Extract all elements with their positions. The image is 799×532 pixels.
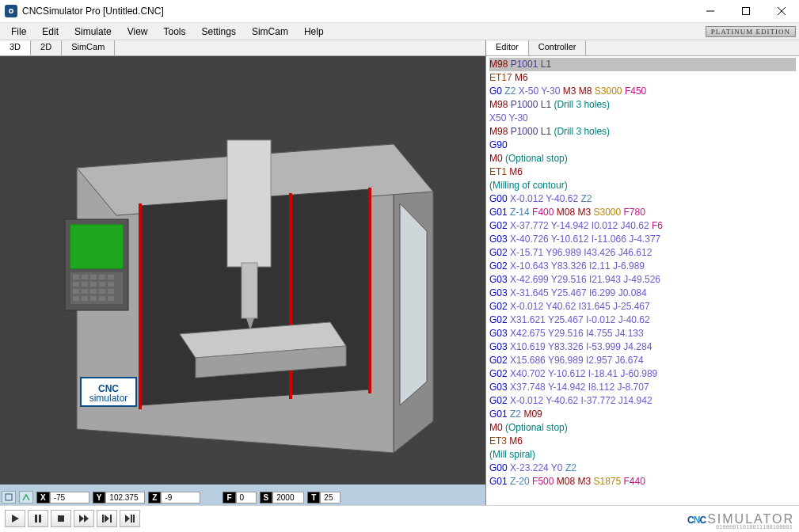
view-tab-2d[interactable]: 2D — [31, 40, 62, 55]
code-line[interactable]: G02 X-37.772 Y-14.942 I0.012 J40.62 F6 — [489, 219, 796, 233]
step-run-button[interactable] — [120, 510, 140, 527]
code-line[interactable]: G00 X-0.012 Y-40.62 Z2 — [489, 192, 796, 206]
svg-rect-50 — [39, 515, 41, 522]
svg-marker-57 — [125, 515, 130, 522]
close-button[interactable] — [763, 0, 799, 22]
menu-item-help[interactable]: Help — [296, 25, 332, 39]
code-line[interactable]: M98 P1001 L1 — [489, 58, 796, 71]
code-line[interactable]: G03 X42.675 Y29.516 I4.755 J4.133 — [489, 327, 796, 340]
main-area: 3D2DSimCam — [0, 40, 799, 505]
svg-rect-34 — [73, 289, 79, 294]
edition-badge: PLATINUM EDITION — [706, 26, 796, 37]
code-line[interactable]: G03 X-42.699 Y29.516 I21.943 J-49.526 — [489, 273, 796, 287]
code-line[interactable]: G00 X-23.224 Y0 Z2 — [489, 462, 796, 475]
view-tab-simcam[interactable]: SimCam — [62, 40, 115, 55]
code-line[interactable]: ET1 M6 — [489, 165, 796, 179]
coord-y: Y 102.375 — [93, 492, 146, 504]
code-line[interactable]: G0 Z2 X-50 Y-30 M3 M8 S3000 F450 — [489, 85, 796, 98]
code-line[interactable]: G01 Z-14 F400 M08 M3 S3000 F780 — [489, 206, 796, 219]
editor-tabs: EditorController — [486, 40, 799, 56]
code-line[interactable]: G02 X-10.643 Y83.326 I2.11 J-6.989 — [489, 260, 796, 273]
menu-item-simcam[interactable]: SimCam — [244, 25, 296, 39]
code-line[interactable]: (Milling of contour) — [489, 179, 796, 192]
brand-binary: 01000011010011100100001 — [716, 524, 793, 530]
coord-f: F 0 — [223, 492, 256, 504]
editor-tab-editor[interactable]: Editor — [486, 40, 529, 55]
svg-rect-42 — [99, 296, 105, 301]
menubar: FileEditSimulateViewToolsSettingsSimCamH… — [0, 22, 799, 40]
view-tab-3d[interactable]: 3D — [0, 40, 31, 55]
code-line[interactable]: (Mill spiral) — [489, 448, 796, 462]
code-line[interactable]: G02 X40.702 Y-10.612 I-18.41 J-60.989 — [489, 367, 796, 381]
svg-rect-13 — [139, 203, 142, 409]
svg-rect-31 — [90, 282, 97, 287]
coord-t-label: T — [307, 492, 320, 504]
editor-tab-controller[interactable]: Controller — [529, 40, 587, 55]
step-forward-button[interactable] — [97, 510, 117, 527]
svg-marker-52 — [79, 515, 84, 522]
editor-pane: EditorController M98 P1001 L1ET17 M6G0 Z… — [486, 40, 799, 505]
fast-forward-button[interactable] — [74, 510, 94, 527]
code-line[interactable]: G03 X37.748 Y-14.942 I8.112 J-8.707 — [489, 381, 796, 394]
menu-item-tools[interactable]: Tools — [156, 25, 194, 39]
code-line[interactable]: G01 Z2 M09 — [489, 408, 796, 421]
svg-rect-28 — [108, 275, 114, 279]
status-tool-2[interactable] — [19, 491, 33, 504]
code-line[interactable]: G90 — [489, 139, 796, 152]
svg-rect-27 — [99, 275, 105, 279]
pause-button[interactable] — [28, 510, 48, 527]
minimize-button[interactable] — [692, 0, 728, 22]
svg-rect-26 — [90, 275, 97, 279]
code-line[interactable]: M0 (Optional stop) — [489, 421, 796, 435]
code-line[interactable]: X50 Y-30 — [489, 112, 796, 125]
svg-marker-55 — [105, 515, 109, 522]
code-line[interactable]: G03 X-31.645 Y25.467 I6.299 J0.084 — [489, 287, 796, 300]
coord-s-label: S — [260, 492, 273, 504]
code-line[interactable]: G02 X31.621 Y25.467 I-0.012 J-40.62 — [489, 314, 796, 327]
code-line[interactable]: G03 X10.619 Y83.326 I-53.999 J4.284 — [489, 340, 796, 354]
code-line[interactable]: ET3 M6 — [489, 435, 796, 448]
svg-rect-43 — [108, 296, 114, 301]
menu-item-view[interactable]: View — [120, 25, 156, 39]
code-line[interactable]: ET17 M6 — [489, 71, 796, 85]
svg-rect-30 — [82, 282, 88, 287]
coord-z-value: -9 — [161, 492, 200, 504]
stop-button[interactable] — [51, 510, 71, 527]
code-line[interactable]: M98 P1000 L1 (Drill 3 holes) — [489, 98, 796, 112]
svg-marker-48 — [12, 515, 19, 522]
svg-rect-32 — [99, 282, 105, 287]
code-line[interactable]: G02 X15.686 Y96.989 I2.957 J6.674 — [489, 354, 796, 367]
code-line[interactable]: M0 (Optional stop) — [489, 152, 796, 165]
maximize-button[interactable] — [728, 0, 763, 22]
code-line[interactable]: M98 P1000 L1 (Drill 3 holes) — [489, 125, 796, 139]
status-bar: X -75 Y 102.375 Z -9 F 0 S 2000 T 2 — [0, 489, 485, 505]
svg-rect-49 — [35, 515, 37, 522]
code-editor[interactable]: M98 P1001 L1ET17 M6G0 Z2 X-50 Y-30 M3 M8… — [486, 56, 799, 505]
menu-item-file[interactable]: File — [3, 25, 34, 39]
code-line[interactable]: G02 X-0.012 Y-40.62 I-37.772 J14.942 — [489, 394, 796, 408]
svg-rect-51 — [58, 515, 64, 522]
play-button[interactable] — [5, 510, 25, 527]
menu-item-edit[interactable]: Edit — [34, 25, 67, 39]
viewport-3d[interactable]: CNC simulator — [0, 56, 485, 489]
svg-point-2 — [10, 10, 13, 13]
menu-item-simulate[interactable]: Simulate — [67, 25, 120, 39]
code-line[interactable]: G02 X-15.71 Y96.989 I43.426 J46.612 — [489, 246, 796, 260]
svg-text:simulator: simulator — [89, 393, 127, 404]
svg-rect-37 — [99, 289, 105, 294]
svg-rect-4 — [742, 8, 749, 15]
svg-rect-41 — [90, 296, 97, 301]
code-line[interactable]: G02 X-0.012 Y40.62 I31.645 J-25.467 — [489, 300, 796, 314]
menu-item-settings[interactable]: Settings — [194, 25, 244, 39]
playback-bar: CNC SIMULATOR — [0, 505, 799, 530]
status-tool-1[interactable] — [2, 491, 16, 504]
svg-rect-16 — [227, 140, 271, 267]
code-line[interactable]: G01 Z-20 F500 M08 M3 S1875 F440 — [489, 475, 796, 488]
coord-z-label: Z — [148, 492, 161, 504]
svg-rect-39 — [73, 296, 79, 301]
code-line[interactable]: G03 X-40.726 Y-10.612 I-11.066 J-4.377 — [489, 233, 796, 246]
cnc-machine-render: CNC simulator — [21, 65, 465, 477]
viewport-pane: 3D2DSimCam — [0, 40, 486, 505]
coord-f-label: F — [223, 492, 235, 504]
svg-rect-14 — [368, 188, 371, 393]
